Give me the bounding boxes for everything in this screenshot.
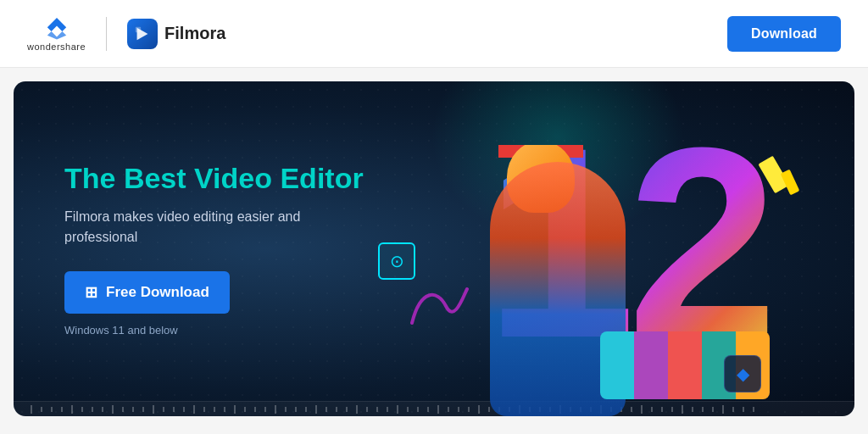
timeline-tick <box>407 407 409 412</box>
filmora-brand: Filmora <box>127 19 225 49</box>
color-swatch-2 <box>634 331 668 399</box>
timeline-tick <box>193 405 195 414</box>
timeline-tick <box>661 407 663 412</box>
timeline-tick <box>71 405 73 414</box>
timeline-tick <box>417 407 419 412</box>
timeline-tick <box>234 405 236 414</box>
wondershare-icon <box>43 16 70 40</box>
timeline-tick <box>437 405 439 414</box>
timeline-tick <box>315 405 317 414</box>
timeline-tick <box>224 407 225 412</box>
hero-title: The Best Video Editor <box>64 161 364 196</box>
timeline-tick <box>163 407 164 412</box>
timeline-tick <box>132 407 134 412</box>
timeline-tick <box>356 405 358 414</box>
windows-icon: ⊞ <box>85 283 97 302</box>
timeline-tick <box>264 407 266 412</box>
purple-squiggle <box>403 281 471 331</box>
timeline-tick <box>51 407 53 412</box>
header-left: wondershare Filmora <box>27 16 225 52</box>
timeline-tick <box>61 407 63 412</box>
timeline-tick <box>254 407 256 412</box>
free-download-label: Free Download <box>106 284 209 301</box>
timeline-tick <box>244 407 246 412</box>
wondershare-logo: wondershare <box>27 16 86 52</box>
timeline-tick <box>173 407 175 412</box>
timeline-tick <box>753 407 754 412</box>
timeline-tick <box>336 407 337 412</box>
timeline-tick <box>682 405 683 414</box>
filmora-icon <box>127 19 158 49</box>
timeline-tick <box>295 407 297 412</box>
timeline-tick <box>102 407 103 412</box>
timeline-tick <box>203 407 205 412</box>
timeline-tick <box>692 407 693 412</box>
timeline-tick <box>81 407 83 412</box>
timeline-tick <box>376 407 378 412</box>
timeline-tick <box>92 407 93 412</box>
header-download-button[interactable]: Download <box>727 16 841 52</box>
timeline-tick <box>712 407 714 412</box>
header-divider <box>106 17 107 51</box>
timeline-tick <box>153 405 154 414</box>
timeline-tick <box>142 407 144 412</box>
timeline-tick <box>31 405 32 414</box>
timeline-tick <box>387 407 388 412</box>
timeline-tick <box>285 407 287 412</box>
wondershare-label: wondershare <box>27 42 86 52</box>
timeline-tick <box>183 407 185 412</box>
hero-subtitle: Filmora makes video editing easier and p… <box>64 207 302 248</box>
hero-content: The Best Video Editor Filmora makes vide… <box>64 161 364 337</box>
timeline-tick <box>743 407 744 412</box>
timeline-tick <box>326 407 327 412</box>
timeline-tick <box>305 407 307 412</box>
timeline-tick <box>366 407 368 412</box>
timeline-tick <box>41 407 42 412</box>
timeline-tick <box>122 407 124 412</box>
design-icon-float <box>724 355 761 392</box>
color-swatch-1 <box>600 331 634 399</box>
color-swatch-3 <box>668 331 702 399</box>
filmora-logo-svg <box>133 25 152 43</box>
timeline-tick <box>397 405 398 414</box>
person-detect-float <box>378 242 415 280</box>
timeline-tick <box>427 407 429 412</box>
timeline-tick <box>346 407 348 412</box>
filmora-label: Filmora <box>164 24 225 43</box>
timeline-tick <box>702 407 704 412</box>
windows-note: Windows 11 and below <box>64 324 364 337</box>
timeline-bar <box>14 401 854 416</box>
timeline-tick <box>112 405 114 414</box>
header: wondershare Filmora Download <box>0 0 868 68</box>
timeline-tick <box>275 405 276 414</box>
timeline-tick <box>732 407 734 412</box>
timeline-tick <box>651 407 653 412</box>
timeline-tick <box>722 405 724 414</box>
free-download-button[interactable]: ⊞ Free Download <box>64 271 230 314</box>
timeline-tick <box>448 407 449 412</box>
hero-banner: The Best Video Editor Filmora makes vide… <box>14 81 854 416</box>
timeline-tick <box>214 407 215 412</box>
svg-rect-0 <box>136 26 141 31</box>
timeline-tick <box>458 407 459 412</box>
timeline-tick <box>671 407 673 412</box>
